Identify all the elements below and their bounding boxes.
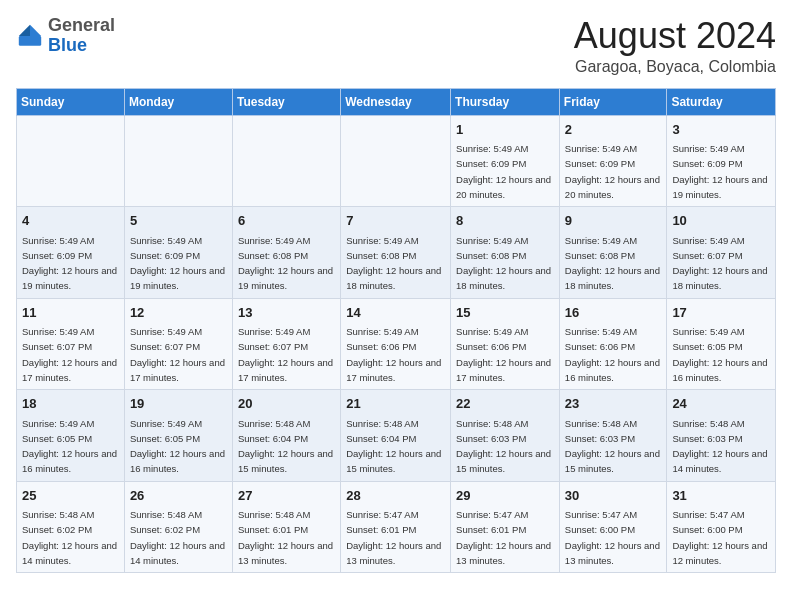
- day-number: 18: [22, 394, 119, 414]
- header-row: SundayMondayTuesdayWednesdayThursdayFrid…: [17, 88, 776, 115]
- day-number: 24: [672, 394, 770, 414]
- day-cell: 28Sunrise: 5:47 AM Sunset: 6:01 PM Dayli…: [341, 481, 451, 573]
- day-number: 17: [672, 303, 770, 323]
- logo: General Blue: [16, 16, 115, 56]
- day-info: Sunrise: 5:49 AM Sunset: 6:09 PM Dayligh…: [130, 235, 225, 292]
- day-info: Sunrise: 5:49 AM Sunset: 6:05 PM Dayligh…: [672, 326, 767, 383]
- day-info: Sunrise: 5:49 AM Sunset: 6:08 PM Dayligh…: [565, 235, 660, 292]
- day-number: 27: [238, 486, 335, 506]
- day-info: Sunrise: 5:49 AM Sunset: 6:06 PM Dayligh…: [456, 326, 551, 383]
- header-cell-tuesday: Tuesday: [232, 88, 340, 115]
- day-number: 30: [565, 486, 662, 506]
- day-cell: 21Sunrise: 5:48 AM Sunset: 6:04 PM Dayli…: [341, 390, 451, 482]
- week-row-1: 1Sunrise: 5:49 AM Sunset: 6:09 PM Daylig…: [17, 115, 776, 207]
- day-cell: 15Sunrise: 5:49 AM Sunset: 6:06 PM Dayli…: [451, 298, 560, 390]
- day-info: Sunrise: 5:48 AM Sunset: 6:02 PM Dayligh…: [22, 509, 117, 566]
- day-info: Sunrise: 5:49 AM Sunset: 6:09 PM Dayligh…: [22, 235, 117, 292]
- week-row-2: 4Sunrise: 5:49 AM Sunset: 6:09 PM Daylig…: [17, 207, 776, 299]
- day-number: 21: [346, 394, 445, 414]
- day-number: 10: [672, 211, 770, 231]
- day-number: 29: [456, 486, 554, 506]
- day-cell: 10Sunrise: 5:49 AM Sunset: 6:07 PM Dayli…: [667, 207, 776, 299]
- day-info: Sunrise: 5:49 AM Sunset: 6:06 PM Dayligh…: [565, 326, 660, 383]
- day-info: Sunrise: 5:49 AM Sunset: 6:09 PM Dayligh…: [456, 143, 551, 200]
- main-title: August 2024: [574, 16, 776, 56]
- logo-text: General Blue: [48, 16, 115, 56]
- day-cell: 3Sunrise: 5:49 AM Sunset: 6:09 PM Daylig…: [667, 115, 776, 207]
- svg-rect-2: [19, 36, 41, 46]
- day-number: 7: [346, 211, 445, 231]
- day-cell: 22Sunrise: 5:48 AM Sunset: 6:03 PM Dayli…: [451, 390, 560, 482]
- day-cell: [232, 115, 340, 207]
- day-cell: 16Sunrise: 5:49 AM Sunset: 6:06 PM Dayli…: [559, 298, 667, 390]
- day-cell: 24Sunrise: 5:48 AM Sunset: 6:03 PM Dayli…: [667, 390, 776, 482]
- day-info: Sunrise: 5:47 AM Sunset: 6:00 PM Dayligh…: [565, 509, 660, 566]
- day-info: Sunrise: 5:49 AM Sunset: 6:08 PM Dayligh…: [238, 235, 333, 292]
- day-cell: 30Sunrise: 5:47 AM Sunset: 6:00 PM Dayli…: [559, 481, 667, 573]
- day-cell: 2Sunrise: 5:49 AM Sunset: 6:09 PM Daylig…: [559, 115, 667, 207]
- header-cell-monday: Monday: [124, 88, 232, 115]
- day-cell: [124, 115, 232, 207]
- day-info: Sunrise: 5:49 AM Sunset: 6:05 PM Dayligh…: [22, 418, 117, 475]
- day-info: Sunrise: 5:48 AM Sunset: 6:04 PM Dayligh…: [238, 418, 333, 475]
- svg-marker-1: [19, 25, 30, 36]
- week-row-4: 18Sunrise: 5:49 AM Sunset: 6:05 PM Dayli…: [17, 390, 776, 482]
- day-number: 28: [346, 486, 445, 506]
- day-number: 15: [456, 303, 554, 323]
- day-number: 5: [130, 211, 227, 231]
- day-cell: 11Sunrise: 5:49 AM Sunset: 6:07 PM Dayli…: [17, 298, 125, 390]
- day-info: Sunrise: 5:49 AM Sunset: 6:07 PM Dayligh…: [22, 326, 117, 383]
- day-cell: 4Sunrise: 5:49 AM Sunset: 6:09 PM Daylig…: [17, 207, 125, 299]
- day-cell: 27Sunrise: 5:48 AM Sunset: 6:01 PM Dayli…: [232, 481, 340, 573]
- day-cell: 29Sunrise: 5:47 AM Sunset: 6:01 PM Dayli…: [451, 481, 560, 573]
- day-cell: 6Sunrise: 5:49 AM Sunset: 6:08 PM Daylig…: [232, 207, 340, 299]
- header-cell-sunday: Sunday: [17, 88, 125, 115]
- calendar-table: SundayMondayTuesdayWednesdayThursdayFrid…: [16, 88, 776, 574]
- day-info: Sunrise: 5:49 AM Sunset: 6:07 PM Dayligh…: [238, 326, 333, 383]
- day-cell: 20Sunrise: 5:48 AM Sunset: 6:04 PM Dayli…: [232, 390, 340, 482]
- day-number: 9: [565, 211, 662, 231]
- svg-marker-0: [30, 25, 41, 36]
- logo-general-text: General: [48, 15, 115, 35]
- day-info: Sunrise: 5:48 AM Sunset: 6:03 PM Dayligh…: [456, 418, 551, 475]
- subtitle: Garagoa, Boyaca, Colombia: [574, 58, 776, 76]
- day-cell: [17, 115, 125, 207]
- day-cell: 23Sunrise: 5:48 AM Sunset: 6:03 PM Dayli…: [559, 390, 667, 482]
- day-info: Sunrise: 5:48 AM Sunset: 6:03 PM Dayligh…: [672, 418, 767, 475]
- day-number: 22: [456, 394, 554, 414]
- logo-icon: [16, 22, 44, 50]
- day-number: 13: [238, 303, 335, 323]
- day-info: Sunrise: 5:48 AM Sunset: 6:03 PM Dayligh…: [565, 418, 660, 475]
- day-info: Sunrise: 5:49 AM Sunset: 6:07 PM Dayligh…: [672, 235, 767, 292]
- day-number: 23: [565, 394, 662, 414]
- day-cell: 25Sunrise: 5:48 AM Sunset: 6:02 PM Dayli…: [17, 481, 125, 573]
- day-info: Sunrise: 5:49 AM Sunset: 6:06 PM Dayligh…: [346, 326, 441, 383]
- day-number: 14: [346, 303, 445, 323]
- logo-blue-text: Blue: [48, 35, 87, 55]
- day-cell: 13Sunrise: 5:49 AM Sunset: 6:07 PM Dayli…: [232, 298, 340, 390]
- page-header: General Blue August 2024 Garagoa, Boyaca…: [16, 16, 776, 76]
- day-cell: 9Sunrise: 5:49 AM Sunset: 6:08 PM Daylig…: [559, 207, 667, 299]
- header-cell-wednesday: Wednesday: [341, 88, 451, 115]
- day-number: 12: [130, 303, 227, 323]
- day-info: Sunrise: 5:49 AM Sunset: 6:09 PM Dayligh…: [672, 143, 767, 200]
- day-info: Sunrise: 5:49 AM Sunset: 6:08 PM Dayligh…: [456, 235, 551, 292]
- day-info: Sunrise: 5:47 AM Sunset: 6:01 PM Dayligh…: [456, 509, 551, 566]
- day-cell: 14Sunrise: 5:49 AM Sunset: 6:06 PM Dayli…: [341, 298, 451, 390]
- day-number: 16: [565, 303, 662, 323]
- day-cell: 1Sunrise: 5:49 AM Sunset: 6:09 PM Daylig…: [451, 115, 560, 207]
- day-number: 2: [565, 120, 662, 140]
- day-number: 20: [238, 394, 335, 414]
- day-number: 1: [456, 120, 554, 140]
- day-info: Sunrise: 5:49 AM Sunset: 6:09 PM Dayligh…: [565, 143, 660, 200]
- day-cell: 26Sunrise: 5:48 AM Sunset: 6:02 PM Dayli…: [124, 481, 232, 573]
- day-cell: 17Sunrise: 5:49 AM Sunset: 6:05 PM Dayli…: [667, 298, 776, 390]
- day-number: 25: [22, 486, 119, 506]
- day-number: 3: [672, 120, 770, 140]
- header-cell-friday: Friday: [559, 88, 667, 115]
- day-info: Sunrise: 5:49 AM Sunset: 6:07 PM Dayligh…: [130, 326, 225, 383]
- day-number: 6: [238, 211, 335, 231]
- day-number: 26: [130, 486, 227, 506]
- day-info: Sunrise: 5:48 AM Sunset: 6:01 PM Dayligh…: [238, 509, 333, 566]
- header-cell-saturday: Saturday: [667, 88, 776, 115]
